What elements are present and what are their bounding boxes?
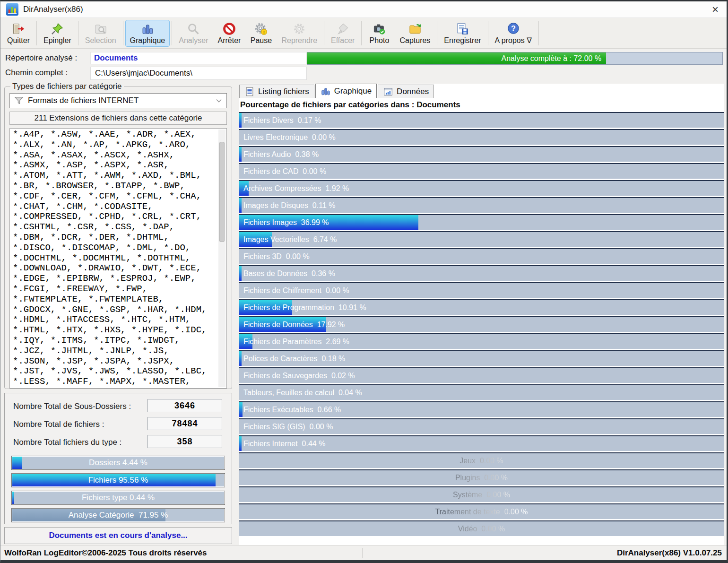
analysis-progress-fill: Analyse complète à : 72.00 % <box>307 52 606 64</box>
main-area: Types de fichiers par catégorie Formats … <box>0 81 727 546</box>
toolbar-button-label: Effacer <box>331 36 355 45</box>
toolbar-separator <box>488 21 488 45</box>
toolbar-button-arreter[interactable]: Arrêter <box>213 20 246 47</box>
app-window: DirAnalyser(x86) × QuitterEpinglerSelect… <box>0 0 728 563</box>
status-bar-version: DirAnalyser(x86) V1.0.07.25 <box>617 548 727 558</box>
mini-progress-bars: Dossiers 4.44 %Fichiers 95.56 %Fichiers … <box>11 456 225 522</box>
chart-bar-label: Livres Electronique 0.00 % <box>239 130 724 145</box>
extension-list-line: *.GDOCX, *.GNE, *.GSP, *.HAR, *.HDM, <box>13 305 217 315</box>
toolbar: QuitterEpinglerSelectionGraphiqueAnalyse… <box>0 18 727 49</box>
extension-list-line: *.ASA, *.ASAX, *.ASCX, *.ASHX, <box>13 150 217 161</box>
toolbar-button-label: Graphique <box>130 36 165 45</box>
chart-bar-label: Fichiers Audio 0.38 % <box>239 147 724 162</box>
extension-list-line: *.EDGE, *.EPIBRW, *.ESPROJ, *.EWP, <box>13 274 217 284</box>
chart-bar-label: Vidéo 0.00 % <box>239 521 724 536</box>
chart-bar-label: Fichiers SIG (GIS) 0.00 % <box>239 419 724 434</box>
chart-bar-row: Fichiers SIG (GIS) 0.00 % <box>239 418 724 434</box>
chart-bar-label: Fichiers Images 36.99 % <box>239 215 724 230</box>
full-path-field[interactable]: C:\Users\jmjac\Documents\ <box>90 67 307 80</box>
tab-strip: Listing fichiersGraphiqueDonnées <box>239 84 724 98</box>
folder-export-icon <box>408 22 422 36</box>
folder-search-icon <box>94 22 108 36</box>
toolbar-separator <box>78 21 78 45</box>
category-filter-combobox[interactable]: Formats de fichiers INTERNET <box>9 93 227 108</box>
brush-icon <box>336 22 350 36</box>
chart-bar-row: Jeux 0.00 % <box>239 452 724 468</box>
toolbar-button-selection[interactable]: Selection <box>80 20 121 47</box>
mini-progressbar: Fichiers 95.56 % <box>11 473 225 487</box>
extension-list-line: *.HDML, *.HTACCESS, *.HTC, *.HTM, <box>13 315 217 325</box>
toolbar-button-captures[interactable]: Captures <box>395 20 435 47</box>
extension-list-scrollbar[interactable] <box>218 130 225 387</box>
stat-row: Nombre Total de fichiers :78484 <box>11 417 225 435</box>
help-icon: ? <box>506 21 520 35</box>
toolbar-separator <box>324 21 324 45</box>
extension-list-line: *.IQY, *.ITMS, *.ITPC, *.IWDGT, <box>13 336 217 346</box>
extension-list-line: *.FCGI, *.FREEWAY, *.FWP, <box>13 284 217 294</box>
chart-bar-row: Fichiers Divers 0.17 % <box>239 112 724 128</box>
stat-row: Nombre Total de Sous-Dossiers :3646 <box>11 399 225 417</box>
chart-bar-row: Fichiers Audio 0.38 % <box>239 146 724 162</box>
pin-icon <box>50 22 64 36</box>
chart-bar-row: Traitement de texte 0.00 % <box>239 503 724 519</box>
toolbar-button-epingler[interactable]: Epingler <box>39 20 76 47</box>
extension-list-line: *.DISCO, *.DISCOMAP, *.DML, *.DO, <box>13 243 217 253</box>
toolbar-button-enregistrer[interactable]: Enregistrer <box>439 20 485 47</box>
window-title: DirAnalyser(x86) <box>23 5 83 14</box>
tab-graphique[interactable]: Graphique <box>315 84 377 98</box>
extension-list-line: *.CSHTML, *.CSR, *.CSS, *.DAP, <box>13 222 217 233</box>
bar-chart-icon <box>140 22 155 36</box>
chart-bar-row: Fichiers Exécutables 0.66 % <box>239 401 724 417</box>
chart-bar-row: Plugins 0.00 % <box>239 469 724 485</box>
toolbar-button-reprendre[interactable]: Reprendre <box>277 20 322 47</box>
chart-bar-row: Vidéo 0.00 % <box>239 520 724 536</box>
mini-progressbar-label: Fichiers 95.56 % <box>12 474 225 487</box>
tab-donn-es[interactable]: Données <box>378 85 434 98</box>
toolbar-button-pause[interactable]: !Pause <box>245 20 277 47</box>
toolbar-button-label: Epingler <box>43 36 71 45</box>
toolbar-button-apropos[interactable]: ?A propos ∇ <box>490 19 537 47</box>
scrollbar-thumb[interactable] <box>219 142 225 242</box>
toolbar-button-label: Captures <box>399 36 430 45</box>
filter-icon <box>14 95 24 106</box>
toolbar-separator <box>538 21 539 45</box>
extension-list-line: *.JSON, *.JSP, *.JSPA, *.JSPX, <box>13 356 217 367</box>
tab-listing-fichiers[interactable]: Listing fichiers <box>239 85 314 98</box>
save-report-icon <box>455 22 469 36</box>
chart-bar-row: Fichiers de Sauvegardes 0.02 % <box>239 367 724 383</box>
stat-row: Nombre Total fichiers du type :358 <box>11 435 225 453</box>
toolbar-button-analyser[interactable]: Analyser <box>174 20 213 47</box>
toolbar-separator <box>172 21 172 45</box>
toolbar-button-photo[interactable]: Photo <box>364 20 395 47</box>
mini-progressbar: Fichiers type 0.44 % <box>11 491 225 505</box>
chart-bar-row: Polices de Caractères 0.18 % <box>239 350 724 366</box>
chart-bar-label: Fichiers de Sauvegardes 0.02 % <box>239 368 724 383</box>
stop-icon <box>222 22 236 36</box>
analyzed-dir-label: Répertoire analysé : <box>5 53 77 63</box>
category-bar-chart: Fichiers Divers 0.17 %Livres Electroniqu… <box>239 112 724 536</box>
extension-list-line: *.ASMX, *.ASP, *.ASPX, *.ASR, <box>13 160 217 171</box>
chart-bar-row: Fichiers de Paramètres 2.69 % <box>239 333 724 349</box>
chart-bar-row: Fichiers 3D 0.00 % <box>239 248 724 264</box>
svg-text:!: ! <box>263 29 265 35</box>
chart-bar-row: Bases de Données 0.36 % <box>239 265 724 281</box>
extension-list-line: *.LESS, *.MAFF, *.MAPX, *.MASTER, <box>13 377 217 387</box>
stat-value: 3646 <box>147 399 222 412</box>
extension-listbox[interactable]: *.A4P, *.A5W, *.AAE, *.ADR, *.AEX,*.ALX,… <box>9 128 227 389</box>
full-path-label: Chemin complet : <box>5 68 68 78</box>
close-button[interactable]: × <box>704 1 727 17</box>
toolbar-button-effacer[interactable]: Effacer <box>326 20 359 47</box>
category-filter-value: Formats de fichiers INTERNET <box>28 96 215 105</box>
chart-bar-label: Bases de Données 0.36 % <box>239 266 724 281</box>
camera-icon <box>372 22 386 36</box>
status-bar: WolfoRan LogEditor©2006-2025 Tous droits… <box>0 546 727 560</box>
graph-tab-icon <box>321 86 331 96</box>
toolbar-button-graphique[interactable]: Graphique <box>125 20 170 47</box>
chart-bar-row: Fichiers de Données 17.92 % <box>239 316 724 332</box>
gear-warning-icon: ! <box>254 22 268 36</box>
chart-bar-label: Images de Disques 0.11 % <box>239 198 724 213</box>
toolbar-separator <box>36 21 37 45</box>
chart-bar-label: Fichiers 3D 0.00 % <box>239 249 724 264</box>
chart-bar-row: Livres Electronique 0.00 % <box>239 129 724 145</box>
toolbar-button-quitter[interactable]: Quitter <box>2 20 35 47</box>
